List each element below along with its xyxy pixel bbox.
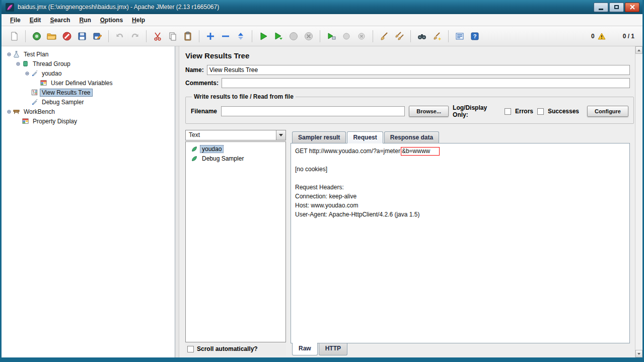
configure-button[interactable]: Configure xyxy=(587,106,628,117)
main-splitter[interactable] xyxy=(175,46,179,357)
scroll-down-button[interactable] xyxy=(635,350,642,357)
toggle-button[interactable] xyxy=(233,29,248,44)
toolbar: ? 0 0 / 1 xyxy=(2,26,642,46)
menu-run[interactable]: Run xyxy=(75,15,95,25)
clear-all-button[interactable] xyxy=(392,29,407,44)
collapse-all-button[interactable] xyxy=(218,29,233,44)
expand-knob-icon[interactable] xyxy=(6,52,13,57)
scroll-up-button[interactable] xyxy=(635,46,642,54)
search-reset-button[interactable] xyxy=(430,29,445,44)
save-as-button[interactable] xyxy=(90,29,105,44)
redo-button[interactable] xyxy=(127,29,142,44)
debug-sampler-icon xyxy=(31,98,40,106)
filename-input[interactable] xyxy=(221,106,405,116)
tab-response-data[interactable]: Response data xyxy=(384,131,439,143)
menu-edit[interactable]: Edit xyxy=(25,15,46,25)
toolbar-separator xyxy=(448,30,449,42)
view-mode-combobox[interactable]: Text xyxy=(185,130,286,140)
toolbar-status: 0 0 / 1 xyxy=(591,33,637,40)
menu-help[interactable]: Help xyxy=(127,15,150,25)
tree-item-label: Test Plan xyxy=(22,50,50,58)
comments-input[interactable] xyxy=(222,78,630,88)
start-no-pauses-button[interactable] xyxy=(271,29,286,44)
save-as-icon xyxy=(92,31,102,41)
combo-dropdown-button[interactable] xyxy=(276,130,285,140)
expand-all-icon xyxy=(205,31,216,41)
view-mode-value: Text xyxy=(186,130,276,140)
tree-item-label: Thread Group xyxy=(31,60,73,68)
scroll-automatically-checkbox[interactable] xyxy=(187,346,194,352)
toolbar-separator xyxy=(199,30,199,42)
remote-shutdown-all-icon xyxy=(356,31,367,41)
tree-item-test-plan[interactable]: Test Plan xyxy=(2,49,175,59)
minimize-button[interactable] xyxy=(594,3,608,12)
name-input[interactable] xyxy=(207,65,630,75)
browse-button[interactable]: Browse... xyxy=(409,106,449,117)
test-plan-tree[interactable]: Test Plan Thread Group youdao User Defin… xyxy=(2,46,175,357)
tab-request[interactable]: Request xyxy=(347,131,383,143)
successes-checkbox[interactable] xyxy=(537,108,544,115)
paste-button[interactable] xyxy=(180,29,195,44)
blank-line xyxy=(295,156,625,165)
remote-shutdown-all-button[interactable] xyxy=(354,29,369,44)
remote-start-all-button[interactable] xyxy=(324,29,339,44)
tab-sampler-result[interactable]: Sampler result xyxy=(292,131,346,143)
search-button[interactable] xyxy=(414,29,430,44)
tree-item-debug-sampler[interactable]: Debug Sampler xyxy=(2,97,175,107)
undo-button[interactable] xyxy=(112,29,127,44)
workbench-icon xyxy=(13,108,22,115)
maximize-button[interactable] xyxy=(609,3,624,12)
tree-item-youdao[interactable]: youdao xyxy=(2,68,175,78)
tab-raw[interactable]: Raw xyxy=(292,343,318,355)
shutdown-button[interactable] xyxy=(301,29,316,44)
vertical-scrollbar[interactable] xyxy=(635,46,642,357)
view-results-tree-panel: View Results Tree Name: Comments: Write … xyxy=(179,46,635,357)
comments-row: Comments: xyxy=(185,78,630,88)
title-bar[interactable]: baidus.jmx (E:\xingnengceshi\baidus.jmx)… xyxy=(2,0,642,14)
new-file-button[interactable] xyxy=(7,29,22,44)
close-file-button[interactable] xyxy=(59,29,75,44)
expand-knob-icon[interactable] xyxy=(6,109,13,114)
stop-button[interactable] xyxy=(286,29,301,44)
menu-search[interactable]: Search xyxy=(45,15,75,25)
log-error-count[interactable]: 0 xyxy=(591,33,595,40)
tree-item-user-defined-variables[interactable]: User Defined Variables xyxy=(2,78,175,88)
help-button[interactable]: ? xyxy=(467,29,482,44)
remote-stop-all-button[interactable] xyxy=(339,29,354,44)
function-helper-button[interactable] xyxy=(452,29,467,44)
tree-item-label: Property Display xyxy=(31,117,79,125)
menu-options[interactable]: Options xyxy=(96,15,127,25)
test-plan-icon xyxy=(13,50,22,58)
request-text-area[interactable]: GET http://www.youdao.com/?a=jmeter&b=ww… xyxy=(291,143,630,343)
expand-knob-icon[interactable] xyxy=(24,71,31,76)
result-item-youdao[interactable]: youdao xyxy=(187,144,284,154)
expand-all-button[interactable] xyxy=(203,29,218,44)
expand-knob-icon[interactable] xyxy=(15,61,22,66)
tab-http[interactable]: HTTP xyxy=(319,343,347,355)
tree-item-workbench[interactable]: WorkBench xyxy=(2,107,175,116)
start-button[interactable] xyxy=(256,29,271,44)
toolbar-separator xyxy=(108,30,109,42)
warning-icon[interactable] xyxy=(598,33,606,40)
close-button[interactable] xyxy=(625,3,639,12)
save-button[interactable] xyxy=(75,29,90,44)
results-split-divider[interactable] xyxy=(286,130,291,355)
tree-item-view-results-tree[interactable]: View Results Tree xyxy=(2,88,175,97)
templates-button[interactable] xyxy=(29,29,44,44)
chevron-down-icon xyxy=(279,134,283,136)
cut-button[interactable] xyxy=(150,29,165,44)
open-file-button[interactable] xyxy=(44,29,59,44)
clear-icon xyxy=(379,31,389,41)
help-icon: ? xyxy=(470,31,480,41)
result-item-debug-sampler[interactable]: Debug Sampler xyxy=(187,154,284,163)
clear-button[interactable] xyxy=(377,29,392,44)
copy-button[interactable] xyxy=(165,29,180,44)
tree-item-thread-group[interactable]: Thread Group xyxy=(2,59,175,68)
toolbar-separator xyxy=(146,30,147,42)
menu-file[interactable]: File xyxy=(6,15,25,25)
thread-group-icon xyxy=(22,60,31,67)
errors-checkbox[interactable] xyxy=(505,108,511,115)
results-tree-box[interactable]: youdao Debug Sampler xyxy=(185,141,286,342)
tree-item-property-display[interactable]: Property Display xyxy=(2,116,175,126)
open-file-icon xyxy=(46,31,57,41)
